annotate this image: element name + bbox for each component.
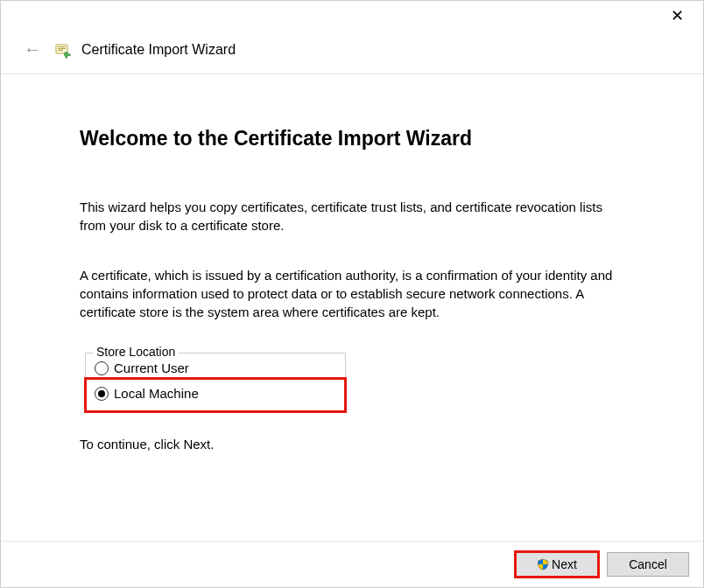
titlebar: ✕ <box>1 1 703 34</box>
radio-icon <box>95 361 109 375</box>
cancel-button-label: Cancel <box>629 557 667 571</box>
continue-text: To continue, click Next. <box>80 437 633 452</box>
svg-rect-1 <box>58 46 66 47</box>
groupbox-label: Store Location <box>93 345 179 359</box>
page-heading: Welcome to the Certificate Import Wizard <box>80 127 633 150</box>
next-button-label: Next <box>552 557 577 571</box>
wizard-window: ✕ ← Certificate Import Wizard Welcome to… <box>0 0 704 588</box>
close-icon[interactable]: ✕ <box>662 4 693 27</box>
radio-label: Current User <box>114 360 189 375</box>
radio-local-machine[interactable]: Local Machine <box>86 379 345 411</box>
wizard-footer: Next Cancel <box>1 541 703 587</box>
svg-rect-3 <box>58 50 63 51</box>
back-arrow-icon[interactable]: ← <box>18 38 46 61</box>
certificate-wizard-icon <box>55 41 73 59</box>
uac-shield-icon <box>537 558 549 570</box>
radio-icon <box>95 387 109 401</box>
cancel-button[interactable]: Cancel <box>607 552 689 577</box>
wizard-header: ← Certificate Import Wizard <box>1 34 703 74</box>
svg-rect-2 <box>58 48 66 49</box>
store-location-groupbox: Store Location Current User Local Machin… <box>85 353 346 412</box>
intro-paragraph-2: A certificate, which is issued by a cert… <box>80 266 614 321</box>
next-button[interactable]: Next <box>516 552 598 577</box>
radio-label: Local Machine <box>114 386 199 401</box>
intro-paragraph-1: This wizard helps you copy certificates,… <box>80 198 614 234</box>
wizard-title: Certificate Import Wizard <box>81 42 236 58</box>
wizard-content: Welcome to the Certificate Import Wizard… <box>1 74 703 541</box>
